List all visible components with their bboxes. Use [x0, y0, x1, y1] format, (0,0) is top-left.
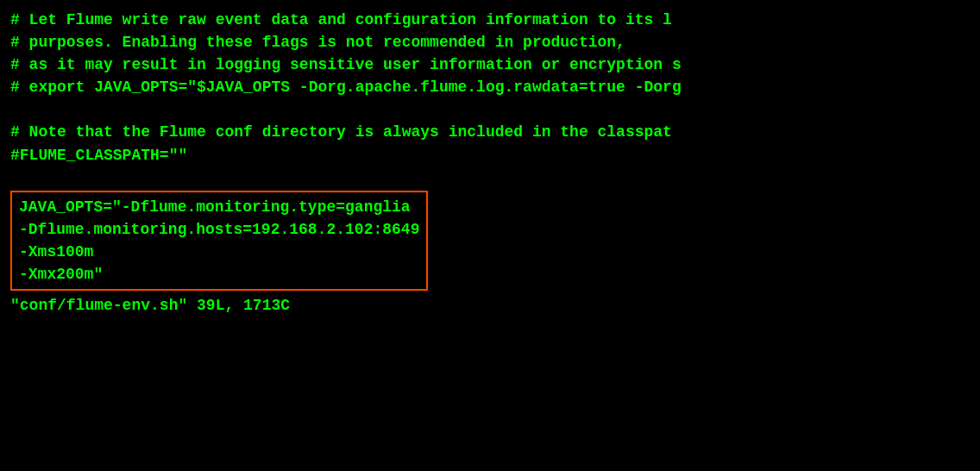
empty-line-1	[10, 98, 970, 121]
classpath-comment-2: #FLUME_CLASSPATH=""	[10, 144, 970, 166]
java-opts-line-1: JAVA_OPTS="-Dflume.monitoring.type=gangl…	[19, 196, 419, 218]
comment-line-3: # as it may result in logging sensitive …	[10, 53, 970, 76]
java-opts-line-4: -Xmx200m"	[19, 263, 419, 286]
classpath-comment-1: # Note that the Flume conf directory is …	[10, 121, 970, 143]
comment-line-4: # export JAVA_OPTS="$JAVA_OPTS -Dorg.apa…	[10, 76, 970, 98]
highlighted-block: JAVA_OPTS="-Dflume.monitoring.type=gangl…	[10, 191, 428, 291]
java-opts-line-2: -Dflume.monitoring.hosts=192.168.2.102:8…	[19, 218, 419, 241]
comment-line-1: # Let Flume write raw event data and con…	[10, 9, 970, 31]
java-opts-line-3: -Xms100m	[19, 241, 419, 263]
empty-line-2	[10, 166, 970, 189]
status-line: "conf/flume-env.sh" 39L, 1713C	[10, 294, 970, 317]
terminal: # Let Flume write raw event data and con…	[0, 0, 980, 471]
comment-line-2: # purposes. Enabling these flags is not …	[10, 31, 970, 53]
